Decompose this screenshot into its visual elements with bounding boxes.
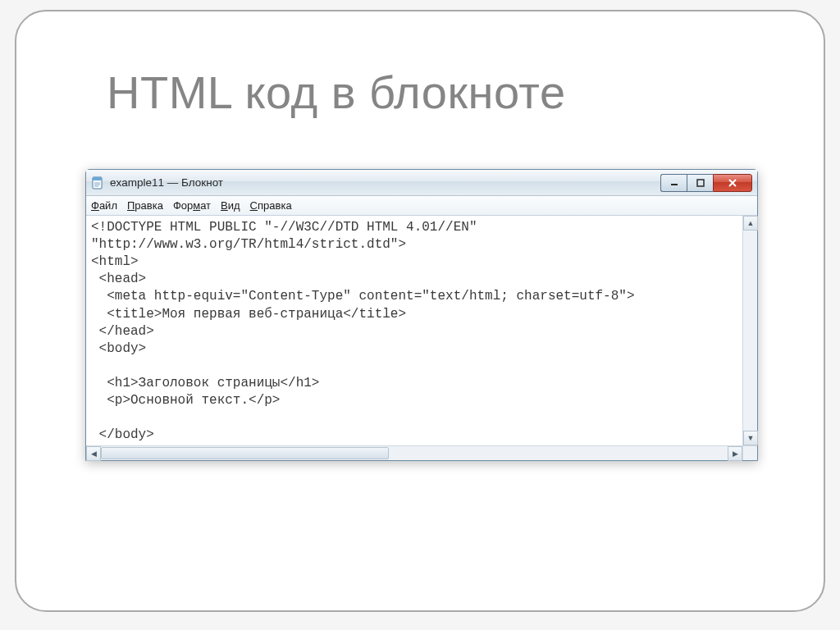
editor-wrap: <!DOCTYPE HTML PUBLIC "-//W3C//DTD HTML …: [86, 216, 757, 445]
titlebar[interactable]: example11 — Блокнот: [86, 170, 757, 196]
maximize-button[interactable]: [687, 174, 713, 192]
minimize-button[interactable]: [660, 174, 687, 192]
scroll-right-button[interactable]: ▶: [728, 446, 742, 461]
close-button[interactable]: [713, 174, 752, 192]
menu-format[interactable]: Формат: [173, 199, 211, 212]
menu-file[interactable]: Файл: [91, 199, 117, 212]
vscroll-track[interactable]: [743, 231, 757, 431]
menubar: Файл Правка Формат Вид Справка: [86, 196, 757, 216]
scroll-left-button[interactable]: ◀: [86, 446, 101, 461]
hscroll-thumb[interactable]: [101, 447, 389, 459]
window-controls: [660, 174, 752, 192]
scroll-down-button[interactable]: ▼: [743, 431, 758, 445]
close-icon: [728, 178, 737, 188]
notepad-window: example11 — Блокнот Файл Правка Ф: [85, 169, 758, 461]
svg-rect-6: [697, 180, 704, 186]
svg-rect-1: [93, 177, 102, 180]
horizontal-scrollbar[interactable]: ◀ ▶: [86, 445, 757, 460]
notepad-icon: [91, 176, 104, 189]
scroll-corner: [742, 446, 757, 460]
editor-textarea[interactable]: <!DOCTYPE HTML PUBLIC "-//W3C//DTD HTML …: [86, 216, 742, 445]
vertical-scrollbar[interactable]: ▲ ▼: [742, 216, 757, 445]
slide-card: HTML код в блокноте example11 — Блокнот: [15, 10, 825, 612]
menu-view[interactable]: Вид: [221, 199, 240, 212]
menu-edit[interactable]: Правка: [127, 199, 163, 212]
maximize-icon: [696, 179, 705, 187]
hscroll-track[interactable]: [101, 446, 728, 460]
window-title: example11 — Блокнот: [110, 176, 223, 189]
menu-help[interactable]: Справка: [250, 199, 292, 212]
minimize-icon: [670, 179, 678, 187]
slide-title: HTML код в блокноте: [107, 66, 566, 119]
scroll-up-button[interactable]: ▲: [743, 216, 758, 231]
